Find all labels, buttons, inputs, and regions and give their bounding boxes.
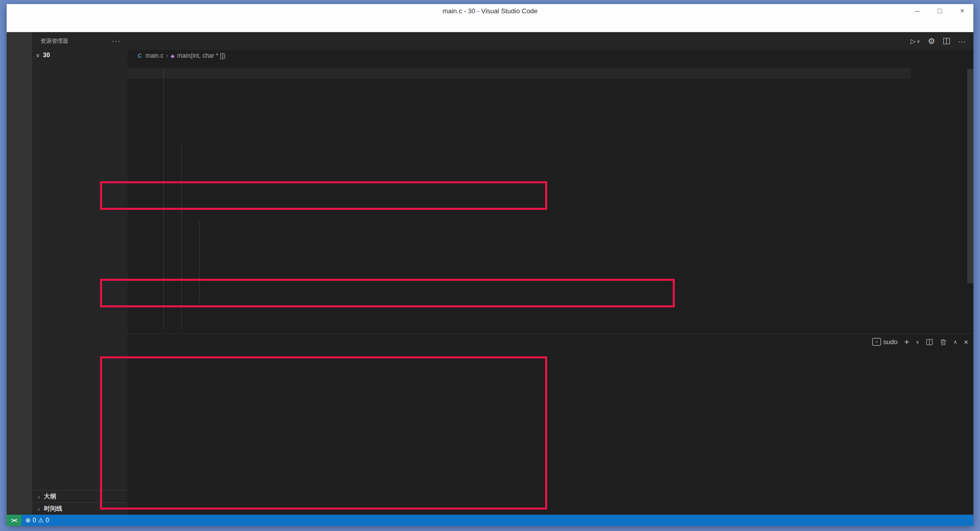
sidebar-explorer: 资源管理器 ··· ∨ 30 › 大纲 › 时间线 bbox=[32, 32, 128, 515]
terminal-output[interactable] bbox=[128, 350, 973, 515]
shell-label: sudo bbox=[883, 338, 897, 346]
current-line-highlight bbox=[128, 68, 911, 79]
chevron-down-icon: ∨ bbox=[34, 52, 41, 59]
indent-guide bbox=[199, 221, 200, 303]
bottom-panel: > sudo + ∨ ∧ × bbox=[128, 333, 973, 515]
c-file-icon: C bbox=[137, 53, 143, 59]
breadcrumb-symbol[interactable]: main(int, char * []) bbox=[177, 52, 226, 59]
window-title: main.c - 30 - Visual Studio Code bbox=[7, 7, 973, 15]
breadcrumb-separator: › bbox=[166, 52, 168, 59]
menu-bar bbox=[7, 17, 973, 32]
close-panel-icon[interactable]: × bbox=[964, 337, 968, 346]
panel-header: > sudo + ∨ ∧ × bbox=[128, 334, 973, 350]
root-folder-label: 30 bbox=[43, 52, 50, 59]
problems-status[interactable]: ⊗ 0 ⚠ 0 bbox=[21, 515, 53, 526]
terminal-actions: > sudo + ∨ ∧ × bbox=[872, 337, 968, 347]
close-button[interactable]: × bbox=[951, 7, 973, 15]
terminal-selector[interactable]: > sudo bbox=[872, 338, 897, 346]
indent-guide bbox=[163, 68, 164, 330]
warning-count: 0 bbox=[45, 517, 49, 524]
sidebar-title: 资源管理器 bbox=[40, 37, 68, 45]
remote-indicator[interactable]: >< bbox=[7, 515, 21, 526]
split-terminal-icon[interactable] bbox=[926, 339, 933, 346]
sidebar-bottom-sections: › 大纲 › 时间线 bbox=[32, 490, 128, 515]
title-bar[interactable]: main.c - 30 - Visual Studio Code – □ × bbox=[7, 4, 973, 17]
maximize-button[interactable]: □ bbox=[928, 7, 951, 15]
outline-label: 大纲 bbox=[44, 492, 56, 501]
indent-guide bbox=[181, 144, 182, 330]
workbench: 资源管理器 ··· ∨ 30 › 大纲 › 时间线 bbox=[7, 32, 973, 515]
terminal-dropdown-icon[interactable]: ∨ bbox=[916, 340, 919, 345]
gear-icon[interactable]: ⚙ bbox=[928, 36, 935, 46]
more-actions-icon[interactable]: ··· bbox=[112, 37, 120, 45]
chevron-right-icon: › bbox=[35, 494, 42, 500]
breadcrumb[interactable]: C main.c › ◆ main(int, char * []) bbox=[128, 50, 973, 61]
timeline-label: 时间线 bbox=[44, 504, 62, 513]
timeline-section[interactable]: › 时间线 bbox=[32, 502, 128, 515]
terminal-icon: > bbox=[872, 338, 881, 346]
split-editor-icon[interactable] bbox=[943, 37, 950, 45]
kill-terminal-trash-icon[interactable] bbox=[940, 339, 947, 346]
warning-icon: ⚠ bbox=[38, 517, 44, 524]
symbol-method-icon: ◆ bbox=[170, 53, 175, 59]
remote-icon: >< bbox=[11, 517, 17, 523]
vscode-window: main.c - 30 - Visual Studio Code – □ × 资… bbox=[7, 4, 973, 526]
run-code-button[interactable]: ▷∨ bbox=[911, 37, 920, 45]
editor-scrollbar[interactable] bbox=[967, 69, 973, 283]
new-terminal-button[interactable]: + bbox=[904, 337, 909, 347]
status-bar: >< ⊗ 0 ⚠ 0 bbox=[7, 515, 973, 526]
code-editor[interactable] bbox=[128, 68, 973, 334]
breadcrumb-file[interactable]: main.c bbox=[145, 52, 163, 59]
error-count: 0 bbox=[33, 517, 36, 524]
maximize-panel-icon[interactable]: ∧ bbox=[953, 339, 957, 345]
minimize-button[interactable]: – bbox=[906, 7, 928, 15]
sidebar-header: 资源管理器 ··· bbox=[32, 32, 128, 50]
outline-section[interactable]: › 大纲 bbox=[32, 490, 128, 502]
chevron-right-icon: › bbox=[35, 506, 42, 512]
activity-bar bbox=[7, 32, 32, 515]
editor-actions: ▷∨ ⚙ ··· bbox=[911, 32, 973, 50]
editor-tabs-bar: ▷∨ ⚙ ··· bbox=[128, 32, 973, 50]
more-actions-icon[interactable]: ··· bbox=[958, 37, 966, 45]
tree-root-folder[interactable]: ∨ 30 bbox=[32, 50, 128, 61]
editor-group: ▷∨ ⚙ ··· C main.c › ◆ main(int, char * [… bbox=[128, 32, 973, 515]
error-icon: ⊗ bbox=[26, 517, 31, 524]
